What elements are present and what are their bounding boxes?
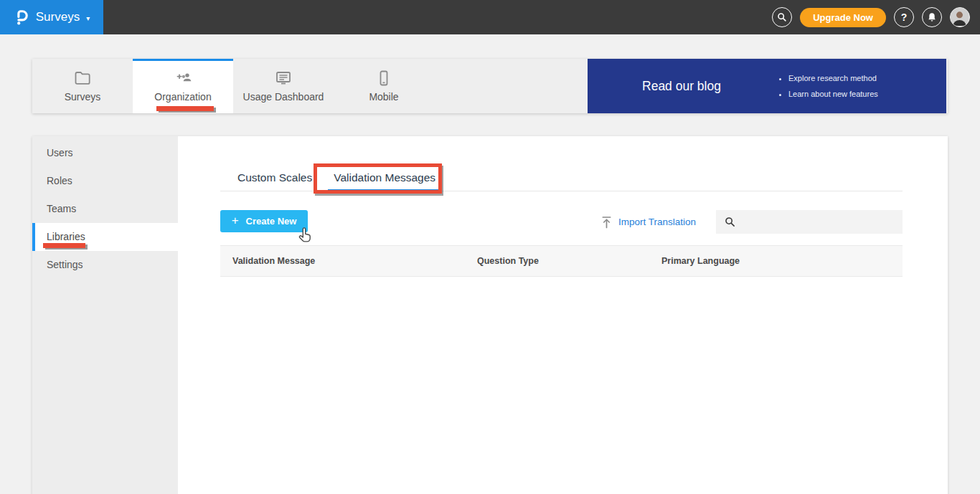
plus-icon: +: [232, 214, 239, 228]
sidebar-item-users[interactable]: Users: [32, 139, 178, 167]
group-add-icon: [174, 70, 192, 86]
nav-tab-organization[interactable]: Organization: [133, 59, 233, 113]
main-content-card: Users Roles Teams Libraries Settings Cus…: [32, 136, 948, 494]
topbar-actions: Upgrade Now ?: [772, 0, 970, 34]
sidebar-item-teams[interactable]: Teams: [32, 195, 178, 223]
annotation-box-validation-messages: [314, 163, 442, 194]
nav-tab-label: Usage Dashboard: [243, 91, 324, 103]
upload-icon: [601, 216, 612, 229]
blog-bullet: Learn about new features: [788, 86, 878, 102]
libraries-content: Custom Scales Validation Messages + Crea…: [178, 136, 948, 277]
mobile-icon: [375, 70, 392, 86]
sidebar-item-settings[interactable]: Settings: [32, 251, 178, 279]
nav-tab-surveys[interactable]: Surveys: [32, 59, 133, 113]
blog-promo-title: Read our blog: [588, 79, 776, 94]
bell-icon: [927, 12, 937, 23]
validation-toolbar: + Create New Import Translation: [220, 210, 903, 235]
search-icon: [777, 12, 787, 22]
annotation-underline-organization: [156, 106, 214, 111]
blog-bullet: Explore research method: [788, 70, 878, 86]
hand-pointer-cursor-icon: [296, 227, 314, 244]
upgrade-now-button[interactable]: Upgrade Now: [800, 8, 886, 27]
annotation-underline-libraries: [43, 243, 85, 248]
notifications-button[interactable]: [922, 7, 942, 27]
search-icon: [725, 217, 735, 227]
chevron-down-icon: ▾: [86, 14, 90, 22]
blog-promo-panel[interactable]: Read our blog Explore research method Le…: [588, 59, 946, 113]
create-new-button[interactable]: + Create New: [220, 210, 308, 232]
nav-tab-label: Mobile: [369, 91, 398, 103]
primary-nav-card: Surveys Organization U: [32, 59, 948, 113]
question-mark-icon: ?: [901, 11, 908, 23]
nav-tab-label: Surveys: [65, 91, 101, 103]
sidebar-item-roles[interactable]: Roles: [32, 167, 178, 195]
column-header-validation-message[interactable]: Validation Message: [232, 256, 477, 266]
organization-sidebar: Users Roles Teams Libraries Settings: [32, 136, 178, 494]
column-header-question-type[interactable]: Question Type: [477, 256, 661, 266]
questionpro-logo-icon: [14, 8, 29, 27]
top-bar: Surveys ▾ Upgrade Now ?: [0, 0, 980, 34]
nav-tab-usage-dashboard[interactable]: Usage Dashboard: [233, 59, 334, 113]
product-menu-label: Surveys: [36, 10, 80, 24]
blog-promo-bullets: Explore research method Learn about new …: [776, 70, 878, 102]
import-translation-label: Import Translation: [618, 217, 696, 227]
help-button[interactable]: ?: [894, 7, 914, 27]
nav-tab-mobile[interactable]: Mobile: [334, 59, 434, 113]
search-button[interactable]: [772, 7, 792, 27]
dashboard-icon: [275, 70, 292, 86]
folder-icon: [74, 70, 91, 86]
tab-custom-scales[interactable]: Custom Scales: [220, 165, 328, 191]
user-avatar[interactable]: [950, 7, 970, 27]
table-search-box[interactable]: [716, 210, 903, 234]
create-new-label: Create New: [246, 216, 297, 227]
search-input[interactable]: [741, 210, 903, 234]
validation-table-header: Validation Message Question Type Primary…: [220, 245, 903, 277]
column-header-primary-language[interactable]: Primary Language: [661, 256, 903, 266]
import-translation-link[interactable]: Import Translation: [601, 210, 696, 234]
app-switcher[interactable]: Surveys ▾: [0, 0, 103, 34]
nav-tab-label: Organization: [154, 91, 211, 103]
